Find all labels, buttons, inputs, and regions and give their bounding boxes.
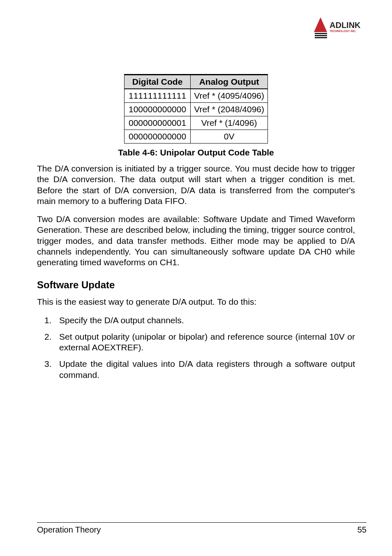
table-row: 000000000000 0V (125, 130, 268, 144)
footer-page-number: 55 (357, 525, 367, 535)
table-cell: Vref * (1/4096) (191, 116, 268, 130)
svg-rect-2 (315, 35, 327, 36)
table-cell: 0V (191, 130, 268, 144)
table-header-analog-output: Analog Output (191, 75, 268, 89)
list-item: 2.Set output polarity (unipolar or bipol… (59, 331, 355, 353)
footer-section-title: Operation Theory (37, 525, 101, 535)
list-item: 3.Update the digital values into D/A dat… (59, 359, 355, 380)
paragraph-da-conversion-modes: Two D/A conversion modes are available: … (37, 214, 355, 268)
table-cell: Vref * (4095/4096) (191, 89, 268, 103)
table-cell: 111111111111 (125, 89, 191, 103)
paragraph-software-update-intro: This is the easiest way to generate D/A … (37, 297, 355, 307)
table-cell: Vref * (2048/4096) (191, 103, 268, 116)
svg-rect-3 (315, 37, 327, 38)
brand-logo: ADLINK TECHNOLOGY INC. (313, 16, 367, 42)
logo-text-bottom: TECHNOLOGY INC. (330, 30, 356, 32)
paragraph-da-conversion-trigger: The D/A conversion is initiated by a tri… (37, 163, 355, 206)
table-cell: 100000000000 (125, 103, 191, 116)
list-item-text: Update the digital values into D/A data … (59, 359, 355, 379)
table-cell: 000000000000 (125, 130, 191, 144)
list-item: 1.Specify the D/A output channels. (59, 315, 355, 326)
table-row: 111111111111 Vref * (4095/4096) (125, 89, 268, 103)
logo-text-top: ADLINK (330, 21, 361, 30)
page-footer: Operation Theory 55 (37, 522, 367, 535)
steps-list: 1.Specify the D/A output channels. 2.Set… (37, 315, 355, 380)
table-caption: Table 4-6: Unipolar Output Code Table (37, 148, 355, 158)
table-row: 100000000000 Vref * (2048/4096) (125, 103, 268, 116)
svg-marker-0 (314, 17, 327, 32)
table-header-digital-code: Digital Code (125, 75, 191, 89)
svg-rect-1 (315, 33, 327, 34)
heading-software-update: Software Update (37, 279, 355, 291)
table-cell: 000000000001 (125, 116, 191, 130)
table-row: 000000000001 Vref * (1/4096) (125, 116, 268, 130)
list-item-text: Set output polarity (unipolar or bipolar… (59, 332, 355, 352)
list-item-text: Specify the D/A output channels. (59, 315, 184, 325)
unipolar-output-code-table: Digital Code Analog Output 111111111111 … (124, 74, 268, 144)
